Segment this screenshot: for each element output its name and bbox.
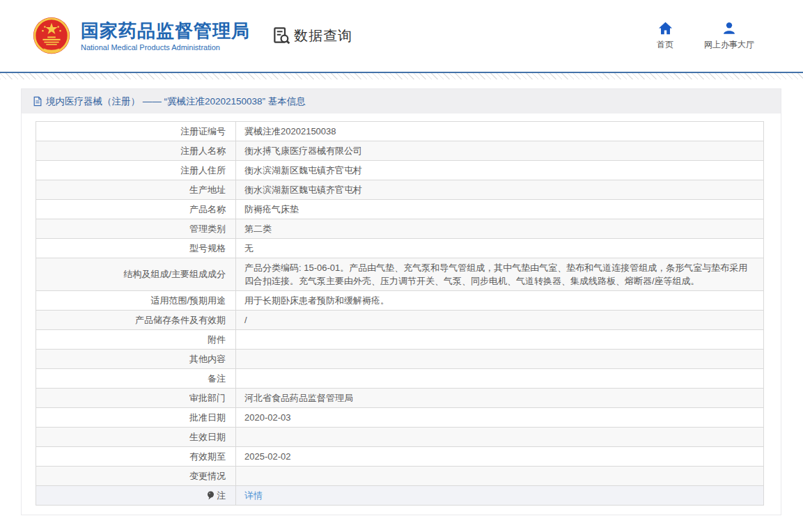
table-row: 生产地址 衡水滨湖新区魏屯镇齐官屯村 bbox=[36, 180, 764, 200]
table-row: 注册证编号 冀械注准20202150038 bbox=[36, 122, 764, 141]
table-row: 适用范围/预期用途 用于长期卧床患者预防和缓解褥疮。 bbox=[36, 291, 764, 311]
field-label: 注册人名称 bbox=[36, 141, 236, 161]
field-label: 有效期至 bbox=[36, 447, 236, 467]
field-value: 衡水搏飞康医疗器械有限公司 bbox=[236, 141, 764, 161]
field-label: 管理类别 bbox=[36, 219, 236, 239]
table-row: 注册人名称 衡水搏飞康医疗器械有限公司 bbox=[36, 141, 764, 161]
nav-service-hall[interactable]: 网上办事大厅 bbox=[704, 22, 754, 51]
field-value: 衡水滨湖新区魏屯镇齐官屯村 bbox=[236, 161, 764, 180]
nav-service-hall-label: 网上办事大厅 bbox=[704, 39, 754, 51]
field-value bbox=[236, 350, 764, 369]
table-row: 产品名称 防褥疮气床垫 bbox=[36, 200, 764, 219]
field-label: 注册证编号 bbox=[36, 122, 236, 141]
hatch-band bbox=[0, 73, 803, 79]
field-label: 型号规格 bbox=[36, 239, 236, 258]
field-value: 2020-02-03 bbox=[236, 408, 764, 428]
detail-panel: 境内医疗器械（注册） —— “冀械注准20202150038” 基本信息 注册证… bbox=[21, 88, 781, 515]
field-label: 批准日期 bbox=[36, 408, 236, 428]
field-label: 适用范围/预期用途 bbox=[36, 291, 236, 311]
table-row: 结构及组成/主要组成成分 产品分类编码: 15-06-01。产品由气垫、充气泵和… bbox=[36, 258, 764, 291]
field-label: 结构及组成/主要组成成分 bbox=[36, 258, 236, 291]
table-row: 批准日期 2020-02-03 bbox=[36, 408, 764, 428]
data-query-section[interactable]: 数据查询 bbox=[272, 26, 352, 45]
brand-subtitle: National Medical Products Administration bbox=[81, 43, 250, 52]
field-label: 备注 bbox=[36, 369, 236, 389]
table-row: 备注 bbox=[36, 369, 764, 389]
field-value bbox=[236, 330, 764, 350]
document-icon bbox=[33, 96, 42, 107]
field-value bbox=[236, 428, 764, 447]
table-row: 审批部门 河北省食品药品监督管理局 bbox=[36, 389, 764, 408]
table-row: 型号规格 无 bbox=[36, 239, 764, 258]
table-row: 管理类别 第二类 bbox=[36, 219, 764, 239]
field-value: 2025-02-02 bbox=[236, 447, 764, 467]
table-row-note: 注 详情 bbox=[36, 486, 764, 506]
top-nav: 首页 网上办事大厅 bbox=[657, 22, 754, 51]
field-value: 河北省食品药品监督管理局 bbox=[236, 389, 764, 408]
data-query-icon bbox=[272, 26, 291, 45]
table-row: 变更情况 bbox=[36, 467, 764, 486]
home-icon bbox=[658, 22, 673, 35]
brand-title: 国家药品监督管理局 bbox=[81, 20, 250, 41]
nav-home-label: 首页 bbox=[657, 39, 673, 51]
field-value: 产品分类编码: 15-06-01。产品由气垫、充气泵和导气管组成，其中气垫由气室… bbox=[236, 258, 764, 291]
note-field-value: 详情 bbox=[236, 486, 764, 506]
field-label: 生产地址 bbox=[36, 180, 236, 200]
table-row: 附件 bbox=[36, 330, 764, 350]
field-label: 审批部门 bbox=[36, 389, 236, 408]
field-value: 用于长期卧床患者预防和缓解褥疮。 bbox=[236, 291, 764, 311]
field-label: 变更情况 bbox=[36, 467, 236, 486]
detail-link[interactable]: 详情 bbox=[244, 490, 263, 501]
nmpa-emblem-logo bbox=[31, 16, 72, 56]
nav-home[interactable]: 首页 bbox=[657, 22, 673, 51]
registration-info-table: 注册证编号 冀械注准20202150038 注册人名称 衡水搏飞康医疗器械有限公… bbox=[36, 121, 764, 506]
user-icon bbox=[722, 22, 736, 35]
note-label: 注 bbox=[217, 490, 226, 501]
brand-block: 国家药品监督管理局 National Medical Products Admi… bbox=[81, 20, 250, 52]
page-title: 境内医疗器械（注册） —— “冀械注准20202150038” 基本信息 bbox=[46, 95, 306, 108]
table-row: 产品储存条件及有效期 / bbox=[36, 311, 764, 330]
field-label: 产品名称 bbox=[36, 200, 236, 219]
field-label: 产品储存条件及有效期 bbox=[36, 311, 236, 330]
field-label: 注册人住所 bbox=[36, 161, 236, 180]
note-icon bbox=[207, 491, 215, 502]
field-value: 防褥疮气床垫 bbox=[236, 200, 764, 219]
field-label: 生效日期 bbox=[36, 428, 236, 447]
page-header: 国家药品监督管理局 National Medical Products Admi… bbox=[0, 0, 803, 72]
table-row: 生效日期 bbox=[36, 428, 764, 447]
table-row: 注册人住所 衡水滨湖新区魏屯镇齐官屯村 bbox=[36, 161, 764, 180]
data-query-label: 数据查询 bbox=[294, 26, 352, 45]
field-value bbox=[236, 467, 764, 486]
note-field-label: 注 bbox=[36, 486, 236, 506]
field-value: 第二类 bbox=[236, 219, 764, 239]
field-value: / bbox=[236, 311, 764, 330]
field-value: 冀械注准20202150038 bbox=[236, 122, 764, 141]
field-value bbox=[236, 369, 764, 389]
table-row: 其他内容 bbox=[36, 350, 764, 369]
field-value: 衡水滨湖新区魏屯镇齐官屯村 bbox=[236, 180, 764, 200]
panel-title-bar: 境内医疗器械（注册） —— “冀械注准20202150038” 基本信息 bbox=[22, 89, 781, 114]
field-value: 无 bbox=[236, 239, 764, 258]
table-row: 有效期至 2025-02-02 bbox=[36, 447, 764, 467]
field-label: 附件 bbox=[36, 330, 236, 350]
field-label: 其他内容 bbox=[36, 350, 236, 369]
